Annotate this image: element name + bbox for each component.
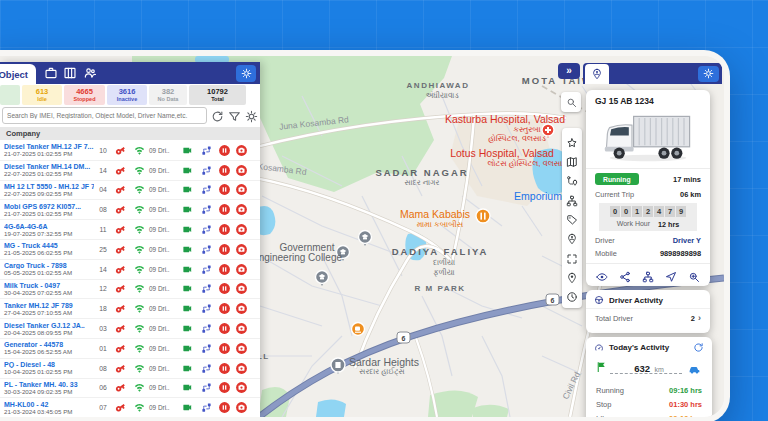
video-icon[interactable] (182, 244, 193, 255)
ignition-key-icon[interactable] (113, 341, 128, 356)
table-row[interactable]: Milk Truck - 0497 30-04-2025 07:02:55 AM… (0, 280, 260, 300)
immobilize-icon[interactable] (218, 342, 231, 355)
refresh-icon[interactable] (693, 342, 704, 353)
trip-icon[interactable] (566, 173, 578, 185)
map-search-button[interactable] (561, 92, 581, 112)
immobilize-icon[interactable] (218, 203, 231, 216)
video-icon[interactable] (182, 224, 193, 235)
route-icon[interactable] (201, 303, 212, 314)
video-icon[interactable] (182, 165, 193, 176)
route-icon[interactable] (201, 224, 212, 235)
camera-icon[interactable] (235, 243, 248, 256)
ignition-key-icon[interactable] (113, 380, 128, 395)
table-row[interactable]: PQ - Diesel - 48 10-04-2025 01:02:55 PM … (0, 359, 260, 379)
immobilize-icon[interactable] (218, 223, 231, 236)
video-icon[interactable] (182, 145, 193, 156)
driver-count-text[interactable]: 09 Dri.. (149, 206, 177, 213)
video-icon[interactable] (182, 283, 193, 294)
table-row[interactable]: 4G-6A-4G-6A 19-07-2025 07:32:55 PM 11 09… (0, 220, 260, 240)
total-driver-row[interactable]: Total Driver 2› (586, 309, 710, 327)
ignition-key-icon[interactable] (113, 222, 128, 237)
camera-icon[interactable] (235, 322, 248, 335)
vehicle-name[interactable]: Diesel Tanker MH.12 JF 7... (4, 143, 94, 150)
ignition-key-icon[interactable] (113, 301, 128, 316)
vehicle-name[interactable]: Diesel Tanker GJ.12 JA.. (4, 322, 94, 329)
route-icon[interactable] (201, 363, 212, 374)
route-icon[interactable] (201, 382, 212, 393)
table-row[interactable]: PL - Tanker MH. 40. 33 30-03-2024 09:02:… (0, 379, 260, 399)
vehicle-name[interactable]: Cargo Truck - 7898 (4, 262, 94, 269)
vehicle-name[interactable]: MH-KL00 - 42 (4, 401, 94, 408)
route-icon[interactable] (201, 165, 212, 176)
driver-count-text[interactable]: 09 Dri.. (149, 384, 177, 391)
driver-count-text[interactable]: 09 Dri.. (149, 404, 177, 411)
columns-tab-icon[interactable] (63, 66, 77, 80)
ignition-key-icon[interactable] (113, 321, 128, 336)
status-chip-idle[interactable]: 613Idle (22, 85, 62, 105)
driver-count-text[interactable]: 09 Dri.. (149, 345, 177, 352)
ignition-key-icon[interactable] (113, 400, 128, 415)
ignition-key-icon[interactable] (113, 281, 128, 296)
driver-group-tab-icon[interactable] (83, 66, 97, 80)
immobilize-icon[interactable] (218, 183, 231, 196)
eye-action-icon[interactable] (596, 269, 608, 281)
ignition-key-icon[interactable] (113, 360, 128, 375)
status-chip-total[interactable]: 10792Total (189, 85, 246, 105)
status-chip-no-data[interactable]: 382No Data (149, 85, 187, 105)
immobilize-icon[interactable] (218, 243, 231, 256)
table-row[interactable]: Diesel Tanker MH.12 JF 7... 21-07-2025 0… (0, 141, 260, 161)
ignition-key-icon[interactable] (113, 143, 128, 158)
driver-count-text[interactable]: 09 Dri.. (149, 305, 177, 312)
vehicle-name[interactable]: Diesel Tanker MH.14 DM... (4, 163, 94, 170)
vehicle-name[interactable]: PQ - Diesel - 48 (4, 361, 94, 368)
camera-icon[interactable] (235, 401, 248, 414)
navigate-action-icon[interactable] (665, 269, 677, 281)
immobilize-icon[interactable] (218, 381, 231, 394)
search-input[interactable] (2, 107, 207, 124)
route-icon[interactable] (201, 244, 212, 255)
expand-icon[interactable] (566, 251, 578, 263)
driver-count-text[interactable]: 09 Dri.. (149, 246, 177, 253)
hierarchy-action-icon[interactable] (642, 269, 654, 281)
ignition-key-icon[interactable] (113, 182, 128, 197)
camera-icon[interactable] (235, 164, 248, 177)
map-icon[interactable] (566, 154, 578, 166)
table-row[interactable]: Cargo Truck - 7898 05-05-2025 01:02:55 A… (0, 260, 260, 280)
driver-count-text[interactable]: 09 Dri.. (149, 147, 177, 154)
immobilize-icon[interactable] (218, 401, 231, 414)
table-row[interactable]: Tanker MH.12 JF 789 27-04-2025 07:10:55 … (0, 299, 260, 319)
right-settings-button[interactable] (698, 66, 719, 82)
table-row[interactable]: Diesel Tanker GJ.12 JA.. 20-04-2025 08:0… (0, 319, 260, 339)
route-icon[interactable] (201, 283, 212, 294)
driver-count-text[interactable]: 09 Dri.. (149, 167, 177, 174)
ignition-key-icon[interactable] (113, 163, 128, 178)
status-chip[interactable] (0, 85, 20, 105)
camera-icon[interactable] (235, 381, 248, 394)
video-icon[interactable] (182, 402, 193, 413)
status-chip-stopped[interactable]: 4665Stopped (64, 85, 105, 105)
driver-count-text[interactable]: 09 Dri.. (149, 226, 177, 233)
vehicle-name[interactable]: Milk Truck - 0497 (4, 282, 94, 289)
table-row[interactable]: MH 12 LT 5550 - MH.12 JF 7... 22-07-2025… (0, 181, 260, 201)
table-row[interactable]: Generator - 44578 15-04-2025 06:52:55 AM… (0, 339, 260, 359)
vehicle-list[interactable]: Diesel Tanker MH.12 JF 7... 21-07-2025 0… (0, 141, 260, 417)
clock-icon[interactable] (566, 289, 578, 301)
camera-icon[interactable] (235, 203, 248, 216)
vehicle-name[interactable]: PL - Tanker MH. 40. 33 (4, 381, 94, 388)
video-icon[interactable] (182, 323, 193, 334)
immobilize-icon[interactable] (218, 144, 231, 157)
immobilize-icon[interactable] (218, 362, 231, 375)
table-row[interactable]: Diesel Tanker MH.14 DM... 22-07-2025 01:… (0, 161, 260, 181)
star-icon[interactable] (566, 135, 578, 147)
vehicle-name[interactable]: Tanker MH.12 JF 789 (4, 302, 94, 309)
vehicle-name[interactable]: Generator - 44578 (4, 341, 94, 348)
zoom-plus-action-icon[interactable] (688, 269, 700, 281)
ignition-key-icon[interactable] (113, 202, 128, 217)
person-pin-icon[interactable] (566, 231, 578, 243)
cafe-poi-pin[interactable] (352, 323, 365, 336)
route-icon[interactable] (201, 145, 212, 156)
restaurant-poi-pin[interactable] (476, 209, 490, 223)
list-group-header[interactable]: Company (0, 127, 260, 140)
status-chip-inactive[interactable]: 3616Inactive (107, 85, 147, 105)
route-icon[interactable] (201, 184, 212, 195)
